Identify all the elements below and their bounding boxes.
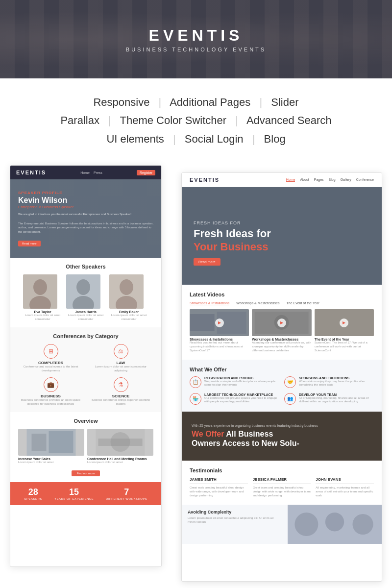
- rp-bottom-right-img: [288, 505, 382, 544]
- rp-offer-marketplace-text: Our conference will provide spaces you n…: [204, 396, 279, 404]
- rp-bottom-text: Lorem ipsum dolor sit amet consectetur a…: [188, 516, 282, 524]
- rp-video-3-thumb[interactable]: ▶: [315, 309, 374, 336]
- lp-conf-business-name: BUSINESS: [18, 394, 83, 398]
- rp-video-1-thumb[interactable]: ▶: [190, 309, 249, 336]
- lp-speaker-2-img: [66, 274, 100, 309]
- svg-rect-11: [49, 431, 74, 453]
- lp-navbar: EVENTIS Home Press Register: [10, 166, 161, 179]
- rp-video-cat-1[interactable]: Showcases & Installations: [190, 301, 229, 305]
- rp-bottom-left: Avoiding Complexity Lorem ipsum dolor si…: [182, 505, 288, 544]
- svg-point-24: [294, 513, 318, 536]
- rp-videos-section: Latest Videos Showcases & Installations …: [182, 285, 382, 359]
- lp-more-btn[interactable]: Read more: [18, 238, 153, 246]
- rp-video-1: ▶ Showcases & Installations Read this po…: [190, 309, 249, 352]
- lp-stats-bar: 28 SPEAKERS 15 YEARS OF EXPERIENCE 7 DIF…: [10, 482, 161, 505]
- lp-stat-speakers-num: 28: [24, 487, 42, 497]
- lp-overview-item-1: Increase Your Sales Lorem ipsum dolor si…: [18, 429, 84, 464]
- lp-overview-title: Overview: [18, 418, 153, 424]
- lp-overview-title-2: Conference Hall and Meeting Rooms: [87, 457, 153, 461]
- lp-conf-science: ⚗ SCIENCE Science conference brings toge…: [88, 377, 153, 406]
- rp-video-2-thumb[interactable]: ▶: [252, 309, 311, 336]
- lp-stat-workshops: 7 DIFFERENT WORKSHOPS: [106, 487, 147, 500]
- lp-stat-experience-num: 15: [54, 487, 94, 497]
- lp-speakers-section: Other Speakers Eva Taylor Lorem ipsum do…: [10, 258, 161, 327]
- feature-ui-elements: UI elements: [106, 133, 164, 145]
- lp-nav-press: Press: [94, 171, 102, 174]
- lp-conf-science-icon: ⚗: [114, 377, 128, 392]
- lp-find-out-btn[interactable]: Find out more: [72, 470, 99, 476]
- rp-offer-marketplace-name: LARGEST TECHNOLOGY MARKETPLACE: [204, 393, 279, 396]
- rp-hero-title: Fresh Ideas forYour Business: [194, 227, 370, 253]
- features-line-3: UI elements | Social Login | Blog: [29, 130, 363, 148]
- rp-nav-blog[interactable]: Blog: [329, 178, 336, 182]
- svg-point-4: [76, 279, 90, 295]
- rp-video-categories: Showcases & Installations Workshops & Ma…: [190, 301, 374, 305]
- lp-speaker-3-img: [109, 274, 144, 309]
- rp-nav-gallery[interactable]: Gallery: [341, 178, 351, 182]
- lp-hero-tag: Speaker Profile: [18, 191, 153, 195]
- separator-4: |: [235, 114, 238, 126]
- rp-nav-pages[interactable]: Pages: [314, 178, 324, 182]
- rp-video-2-title: Workshops & Masterclasses: [252, 338, 311, 341]
- lp-overview-item-2: Conference Hall and Meeting Rooms Lorem …: [87, 429, 153, 464]
- lp-nav-home: Home: [80, 171, 90, 174]
- lp-speakers-list: Eva Taylor Lorem ipsum dolor sit amet co…: [18, 274, 153, 321]
- lp-conf-science-text: Science conference brings together scien…: [88, 398, 153, 406]
- rp-testimonial-1-name: JAMES SMITH: [190, 477, 248, 484]
- lp-conf-law: ⚖ LAW Lorem ipsum dolor sit amet consect…: [88, 344, 153, 373]
- lp-conf-business-text: Business conference provides an open spa…: [18, 398, 83, 406]
- rp-nav-home[interactable]: Home: [286, 178, 295, 182]
- svg-rect-16: [190, 314, 215, 331]
- rp-video-1-text: Read this post to find out more about up…: [190, 341, 249, 352]
- site-title: EVENTIS: [149, 26, 244, 45]
- lp-overview-title-1: Increase Your Sales: [18, 457, 84, 461]
- svg-rect-14: [98, 439, 143, 446]
- rp-nav-conference[interactable]: Conference: [356, 178, 374, 182]
- lp-conf-computers-icon: ⊞: [44, 344, 58, 359]
- lp-stat-speakers-label: SPEAKERS: [24, 497, 42, 500]
- feature-blog: Blog: [264, 133, 286, 145]
- rp-offer-section: What We Offer 📋 REGISTRATION AND PRICING…: [182, 360, 382, 412]
- lp-overview-text-2: Lorem ipsum dolor sit amet: [87, 461, 153, 464]
- preview-area: EVENTIS Home Press Register Speaker Prof…: [0, 165, 392, 582]
- rp-offer-registration: 📋 REGISTRATION AND PRICING We provide a …: [190, 376, 279, 388]
- separator-6: |: [252, 133, 255, 145]
- rp-video-cat-2[interactable]: Workshops & Masterclasses: [236, 301, 279, 305]
- lp-register-btn[interactable]: Register: [137, 170, 155, 175]
- lp-conf-computers-text: Conference and social events to the late…: [18, 365, 83, 373]
- rp-offer-team-icon: 👥: [284, 393, 296, 405]
- rp-video-cat-3[interactable]: The Event of the Year: [287, 301, 319, 305]
- rp-testimonial-3-name: JOHN EVANS: [316, 477, 374, 484]
- lp-speaker-3-text: Lorem ipsum dolor sit amet consectetur: [109, 314, 148, 321]
- rp-video-2-play-icon: ▶: [277, 318, 286, 327]
- rp-nav-about[interactable]: About: [300, 178, 309, 182]
- rp-testimonials-grid: JAMES SMITH Great work creating beautifu…: [190, 477, 374, 498]
- rp-offer-registration-content: REGISTRATION AND PRICING We provide a si…: [204, 376, 279, 388]
- rp-hero-cta[interactable]: Read more: [194, 258, 220, 266]
- lp-speaker-1-name: Eva Taylor: [23, 310, 62, 314]
- separator-2: |: [259, 96, 262, 108]
- rp-offer-marketplace: 🏪 LARGEST TECHNOLOGY MARKETPLACE Our con…: [190, 393, 279, 405]
- lp-overview-img-2: [87, 429, 153, 456]
- rp-offer-team-name: DEVELOP YOUR TEAM: [299, 393, 374, 396]
- rp-testimonial-2: JESSICA PALMER Great team and creating b…: [253, 477, 311, 498]
- lp-conf-science-name: SCIENCE: [88, 394, 153, 398]
- rp-video-3-title: The Event of the Year: [315, 338, 374, 341]
- rp-offer-registration-text: We provide a simple and efficient places…: [204, 380, 279, 388]
- rp-hero: Fresh Ideas for Fresh Ideas forYour Busi…: [182, 187, 382, 285]
- lp-overview-text-1: Lorem ipsum dolor sit amet: [18, 461, 84, 464]
- lp-stat-speakers: 28 SPEAKERS: [24, 487, 42, 500]
- lp-speaker-1: Eva Taylor Lorem ipsum dolor sit amet co…: [23, 274, 62, 321]
- lp-conf-law-icon: ⚖: [114, 344, 128, 359]
- lp-conferences-grid: ⊞ COMPUTERS Conference and social events…: [18, 344, 153, 406]
- svg-rect-10: [32, 434, 47, 451]
- rp-video-2: ▶ Workshops & Masterclasses Attending ou…: [252, 309, 311, 352]
- lp-hero-role: Entrepreneur Business Speaker: [18, 205, 153, 209]
- rp-testimonial-3-text: All engineering, marketing finance and a…: [316, 486, 374, 498]
- rp-hero-small: Fresh Ideas for: [194, 220, 370, 225]
- lp-conferences-section: Conferences by Category ⊞ COMPUTERS Conf…: [10, 327, 161, 412]
- rp-offer-marketplace-icon: 🏪: [190, 393, 201, 405]
- left-preview: EVENTIS Home Press Register Speaker Prof…: [10, 165, 162, 567]
- rp-videos-title: Latest Videos: [190, 292, 374, 297]
- svg-point-1: [33, 279, 47, 295]
